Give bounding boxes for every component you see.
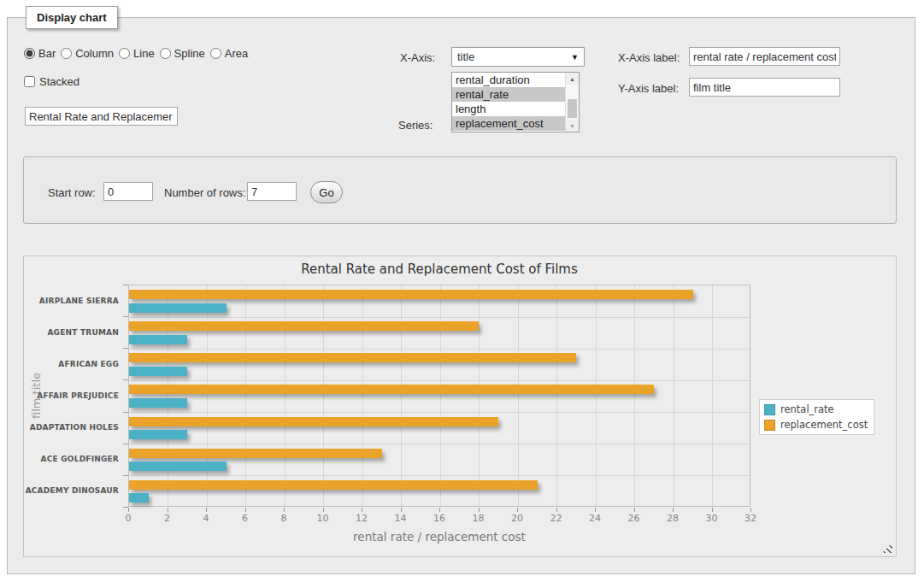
x-tick-mark bbox=[634, 508, 635, 512]
x-tick-mark bbox=[362, 508, 362, 512]
bar-rental_rate bbox=[129, 367, 187, 376]
chart-title-input[interactable] bbox=[25, 107, 178, 126]
gridline bbox=[129, 475, 750, 476]
gridline bbox=[479, 285, 480, 506]
x-tick-label: 28 bbox=[657, 513, 688, 524]
x-axis-label-input[interactable] bbox=[689, 47, 840, 66]
y-tick-mark bbox=[123, 316, 128, 317]
gridline bbox=[245, 285, 246, 506]
x-tick-label: 22 bbox=[541, 513, 572, 524]
gridline bbox=[440, 285, 441, 506]
chart-type-radio-bar[interactable]: Bar bbox=[24, 47, 56, 60]
x-tick-label: 26 bbox=[619, 513, 650, 524]
bar-replacement_cost bbox=[129, 449, 382, 458]
gridline bbox=[596, 285, 597, 506]
gridline bbox=[129, 317, 750, 318]
chart-type-radio-spline[interactable]: Spline bbox=[160, 47, 205, 60]
chart-container: Rental Rate and Replacement Cost of Film… bbox=[23, 256, 897, 557]
x-tick-mark bbox=[517, 508, 518, 512]
radio-label: Bar bbox=[38, 47, 56, 60]
gridline bbox=[634, 285, 635, 506]
x-tick-label: 6 bbox=[230, 513, 261, 524]
series-option-rental_duration[interactable]: rental_duration bbox=[452, 73, 565, 87]
radio-label: Column bbox=[75, 47, 114, 60]
scroll-down-icon[interactable]: ▼ bbox=[566, 120, 579, 132]
gridline bbox=[518, 285, 519, 506]
scrollbar-thumb[interactable] bbox=[568, 99, 577, 118]
x-tick-label: 2 bbox=[152, 513, 183, 524]
gridline bbox=[129, 349, 750, 350]
radio-label: Line bbox=[133, 47, 155, 60]
radio-label: Spline bbox=[174, 47, 205, 60]
go-button[interactable]: Go bbox=[310, 181, 343, 203]
gridline bbox=[362, 285, 363, 506]
chart-type-radio-line[interactable]: Line bbox=[119, 47, 155, 60]
gridline bbox=[129, 444, 750, 444]
x-tick-label: 8 bbox=[268, 513, 299, 524]
gridline bbox=[129, 380, 750, 381]
category-label: AIRPLANE SIERRA bbox=[24, 297, 119, 305]
radio-area[interactable] bbox=[210, 48, 221, 59]
category-label: ADAPTATION HOLES bbox=[24, 423, 119, 432]
number-of-rows-input[interactable] bbox=[247, 182, 297, 201]
y-axis-label-input[interactable] bbox=[689, 78, 840, 97]
chart-type-radio-column[interactable]: Column bbox=[61, 47, 114, 60]
x-axis-text-label: X-Axis label: bbox=[618, 51, 680, 64]
stacked-checkbox-row[interactable]: Stacked bbox=[24, 75, 79, 88]
y-tick-mark bbox=[123, 475, 128, 476]
series-option-length[interactable]: length bbox=[452, 102, 565, 116]
bar-rental_rate bbox=[129, 461, 227, 471]
bar-replacement_cost bbox=[129, 321, 479, 331]
y-axis-text-label: Y-Axis label: bbox=[618, 82, 679, 95]
x-tick-mark bbox=[712, 508, 713, 512]
plot-area bbox=[128, 285, 750, 507]
bar-replacement_cost bbox=[129, 417, 498, 426]
bar-replacement_cost bbox=[129, 353, 576, 362]
series-listbox[interactable]: rental_durationrental_ratelengthreplacem… bbox=[451, 72, 580, 132]
x-tick-mark bbox=[168, 508, 168, 512]
stacked-checkbox[interactable] bbox=[24, 76, 35, 87]
row-range-panel: Start row: Number of rows: Go bbox=[23, 156, 897, 224]
x-tick-mark bbox=[556, 508, 557, 512]
x-tick-label: 20 bbox=[502, 513, 533, 524]
gridline bbox=[323, 285, 324, 506]
scroll-up-icon[interactable]: ▲ bbox=[566, 73, 579, 85]
radio-line[interactable] bbox=[119, 48, 130, 59]
chart-title: Rental Rate and Replacement Cost of Film… bbox=[128, 262, 750, 277]
x-tick-mark bbox=[206, 508, 207, 512]
legend-label: rental_rate bbox=[780, 403, 834, 415]
x-tick-label: 4 bbox=[191, 513, 221, 524]
bar-rental_rate bbox=[129, 303, 227, 313]
y-tick-mark bbox=[123, 444, 128, 444]
gridline bbox=[129, 412, 750, 413]
x-tick-mark bbox=[284, 508, 285, 512]
chevron-down-icon: ▼ bbox=[571, 53, 579, 62]
x-tick-label: 12 bbox=[346, 513, 377, 524]
chart-type-radio-area[interactable]: Area bbox=[210, 47, 248, 60]
radio-spline[interactable] bbox=[160, 48, 171, 59]
category-label: ACE GOLDFINGER bbox=[24, 455, 119, 463]
series-listbox-scrollbar[interactable]: ▲ ▼ bbox=[565, 73, 579, 132]
gridline bbox=[207, 285, 208, 506]
category-label: AFRICAN EGG bbox=[24, 360, 119, 368]
radio-bar[interactable] bbox=[24, 48, 35, 59]
bar-rental_rate bbox=[129, 335, 187, 344]
bar-replacement_cost bbox=[129, 480, 538, 490]
stacked-label: Stacked bbox=[39, 75, 79, 88]
series-option-rental_rate[interactable]: rental_rate bbox=[452, 87, 565, 102]
radio-column[interactable] bbox=[61, 48, 72, 59]
series-listbox-label: Series: bbox=[398, 119, 433, 132]
y-tick-mark bbox=[123, 348, 128, 349]
gridline bbox=[285, 285, 285, 506]
start-row-input[interactable] bbox=[103, 182, 153, 201]
x-axis-select[interactable]: title ▼ bbox=[451, 47, 585, 67]
gridline bbox=[712, 285, 713, 506]
resize-grip-icon[interactable] bbox=[882, 543, 892, 553]
series-option-replacement_cost[interactable]: replacement_cost bbox=[452, 116, 565, 131]
x-tick-label: 14 bbox=[385, 513, 416, 524]
x-axis-select-label: X-Axis: bbox=[400, 51, 435, 64]
x-tick-label: 16 bbox=[424, 513, 455, 524]
x-tick-mark bbox=[673, 508, 674, 512]
x-tick-mark bbox=[401, 508, 402, 512]
x-tick-label: 24 bbox=[580, 513, 610, 524]
